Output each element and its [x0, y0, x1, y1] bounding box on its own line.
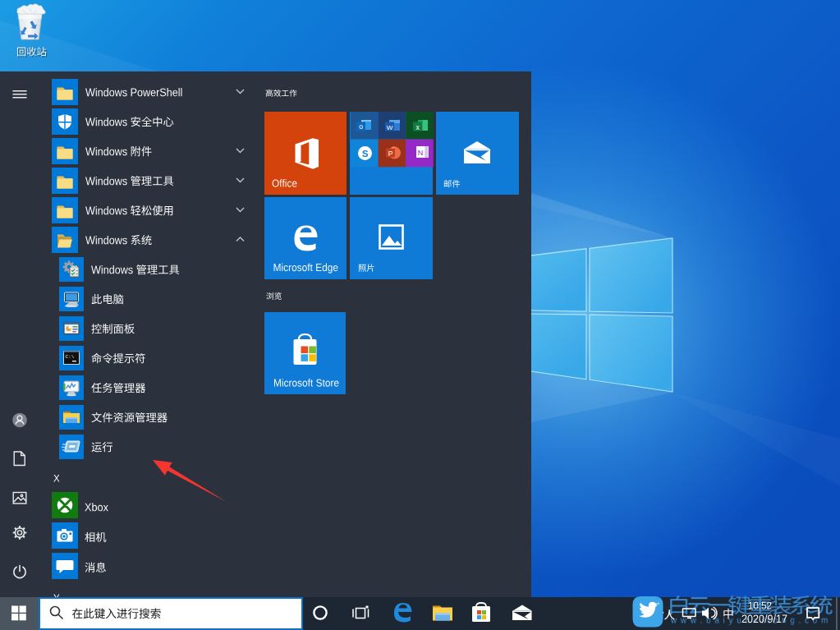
svg-text:W: W	[387, 124, 393, 131]
svg-text:P: P	[388, 149, 393, 158]
svg-text:S: S	[362, 149, 369, 159]
svg-text:o: o	[359, 122, 363, 131]
svg-text:C:\: C:\	[66, 354, 75, 360]
svg-text:N: N	[418, 149, 424, 157]
